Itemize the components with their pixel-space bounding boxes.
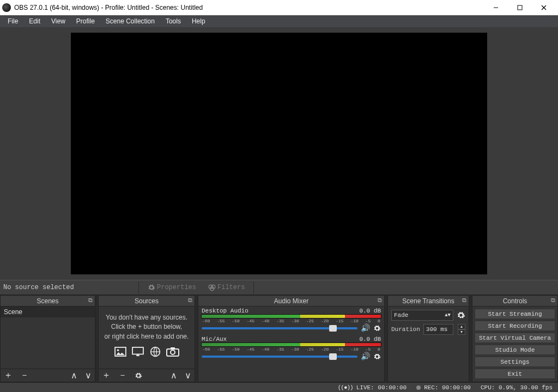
sources-list[interactable]: You don't have any sources. Click the + … [99, 307, 195, 369]
menu-scene-collection[interactable]: Scene Collection [100, 16, 160, 26]
menu-view[interactable]: View [46, 16, 71, 26]
separator [253, 281, 254, 293]
broadcast-icon: ((●)) [338, 384, 353, 391]
duration-spinner[interactable]: ▲ ▼ [458, 324, 465, 335]
start-streaming-button[interactable]: Start Streaming [475, 309, 555, 319]
preview-area [0, 27, 558, 280]
mixer-channel-mic: Mic/Aux 0.0 dB -60-55-50-45-40-35-30-25-… [202, 336, 381, 361]
channel-name: Desktop Audio [202, 308, 248, 314]
docks-row: Scenes ⧉ Scene ＋ － ∧ ∨ Sources ⧉ You don… [0, 295, 558, 382]
duration-label: Duration [391, 326, 420, 333]
audio-mixer-dock: Audio Mixer ⧉ Desktop Audio 0.0 dB -60-5… [198, 295, 385, 382]
menu-profile[interactable]: Profile [71, 16, 100, 26]
chevron-down-icon: ▼ [458, 329, 465, 335]
meter-ticks: -60-55-50-45-40-35-30-25-20-15-10-50 [202, 347, 381, 352]
controls-dock: Controls ⧉ Start Streaming Start Recordi… [472, 295, 558, 382]
start-recording-button[interactable]: Start Recording [475, 321, 555, 331]
globe-source-icon [148, 346, 163, 358]
close-button[interactable] [532, 0, 556, 15]
filters-icon [208, 284, 216, 291]
move-source-down-button[interactable]: ∨ [185, 370, 191, 381]
gear-icon [148, 284, 155, 291]
channel-settings-button[interactable] [373, 353, 381, 360]
exit-button[interactable]: Exit [475, 369, 555, 379]
minimize-button[interactable] [484, 0, 508, 15]
transition-properties-button[interactable] [457, 311, 465, 320]
svg-rect-10 [136, 355, 139, 357]
svg-point-13 [171, 350, 175, 354]
move-scene-down-button[interactable]: ∨ [85, 370, 92, 381]
remove-source-button[interactable]: － [118, 370, 127, 381]
separator [138, 281, 139, 293]
mixer-channel-desktop: Desktop Audio 0.0 dB -60-55-50-45-40-35-… [202, 308, 381, 333]
popout-icon[interactable]: ⧉ [551, 297, 555, 304]
app-logo-icon [2, 3, 11, 12]
transitions-title: Scene Transitions [402, 297, 454, 305]
move-source-up-button[interactable]: ∧ [171, 370, 177, 381]
popout-icon[interactable]: ⧉ [88, 297, 93, 304]
channel-settings-button[interactable] [373, 324, 381, 332]
scenes-dock: Scenes ⧉ Scene ＋ － ∧ ∨ [0, 295, 95, 382]
menu-file[interactable]: File [2, 16, 23, 26]
start-virtual-camera-button[interactable]: Start Virtual Camera [475, 333, 555, 343]
popout-icon[interactable]: ⧉ [188, 297, 192, 304]
empty-line1: You don't have any sources. [104, 313, 189, 322]
duration-input[interactable]: 300 ms [423, 324, 453, 335]
popout-icon[interactable]: ⧉ [378, 297, 382, 304]
status-live: ((●)) LIVE: 00:00:00 [338, 384, 407, 391]
gear-icon [457, 311, 465, 320]
sources-title: Sources [135, 297, 159, 305]
properties-button[interactable]: Properties [144, 283, 199, 292]
meter-ticks: -60-55-50-45-40-35-30-25-20-15-10-50 [202, 318, 381, 323]
svg-point-8 [117, 350, 119, 352]
menu-edit[interactable]: Edit [23, 16, 46, 26]
menu-tools[interactable]: Tools [160, 16, 186, 26]
move-scene-up-button[interactable]: ∧ [71, 370, 77, 381]
settings-button[interactable]: Settings [475, 357, 555, 367]
add-source-button[interactable]: ＋ [102, 370, 111, 381]
maximize-button[interactable] [508, 0, 532, 15]
studio-mode-button[interactable]: Studio Mode [475, 345, 555, 355]
filters-label: Filters [217, 284, 245, 291]
camera-source-icon [165, 346, 180, 358]
titlebar: OBS 27.0.1 (64-bit, windows) - Profile: … [0, 0, 558, 15]
volume-slider[interactable] [202, 327, 357, 329]
window-title: OBS 27.0.1 (64-bit, windows) - Profile: … [14, 4, 484, 11]
mixer-body: Desktop Audio 0.0 dB -60-55-50-45-40-35-… [198, 307, 384, 382]
chevron-up-icon: ▲ [458, 324, 465, 329]
transitions-header: Scene Transitions ⧉ [388, 296, 469, 307]
preview-canvas[interactable] [71, 33, 487, 274]
filters-button[interactable]: Filters [205, 283, 248, 292]
scenes-header: Scenes ⧉ [1, 296, 95, 307]
channel-level: 0.0 dB [359, 308, 381, 314]
maximize-icon [517, 5, 523, 10]
minimize-icon [493, 5, 499, 10]
menu-help[interactable]: Help [186, 16, 211, 26]
cpu-label: CPU: 0.9%, 30.00 fps [481, 384, 553, 391]
popout-icon[interactable]: ⧉ [462, 297, 466, 304]
add-scene-button[interactable]: ＋ [4, 370, 13, 381]
display-source-icon [130, 346, 145, 358]
source-properties-button[interactable] [135, 372, 142, 379]
gear-icon [135, 372, 142, 379]
image-source-icon [113, 346, 128, 358]
audio-meter [202, 343, 381, 346]
sources-header: Sources ⧉ [99, 296, 195, 307]
remove-scene-button[interactable]: － [20, 370, 29, 381]
mixer-title: Audio Mixer [274, 297, 308, 305]
transitions-body: Fade ▲▼ Duration 300 ms ▲ ▼ [388, 307, 469, 382]
volume-slider[interactable] [202, 356, 357, 358]
empty-line2: Click the + button below, [104, 322, 189, 332]
mixer-header: Audio Mixer ⧉ [198, 296, 384, 307]
rec-label: REC: 00:00:00 [424, 384, 471, 391]
chevron-updown-icon: ▲▼ [445, 313, 451, 318]
channel-name: Mic/Aux [202, 336, 227, 342]
speaker-icon[interactable]: 🔊 [361, 323, 370, 333]
scene-item[interactable]: Scene [1, 307, 95, 317]
empty-line3: or right click here to add one. [104, 332, 189, 341]
transition-select[interactable]: Fade ▲▼ [391, 310, 453, 321]
sources-empty-message: You don't have any sources. Click the + … [99, 307, 195, 360]
scenes-list[interactable]: Scene [1, 307, 95, 369]
speaker-icon[interactable]: 🔊 [361, 352, 370, 361]
channel-level: 0.0 dB [359, 336, 381, 342]
